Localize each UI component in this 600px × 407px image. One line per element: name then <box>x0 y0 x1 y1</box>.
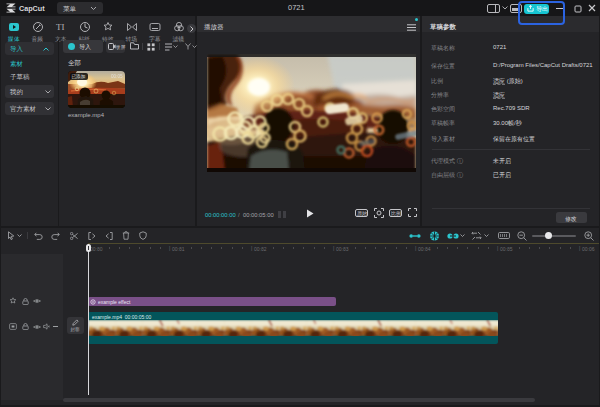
svg-text:原始: 原始 <box>357 210 367 217</box>
svg-text:比例: 比例 <box>391 210 401 217</box>
svg-text:TI: TI <box>56 22 65 32</box>
